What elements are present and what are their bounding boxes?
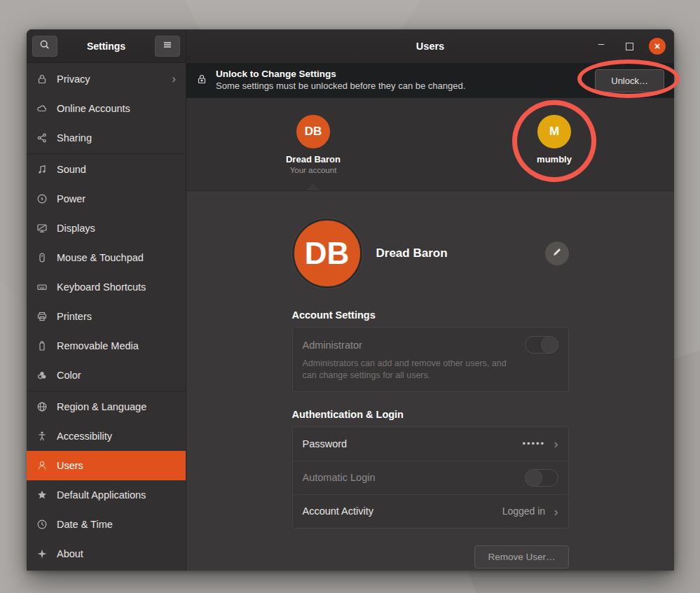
user-carousel: DB Dread Baron Your account M mumbly — [186, 98, 674, 191]
administrator-description: Administrators can add and remove other … — [303, 358, 513, 382]
banner-text: Unlock to Change Settings Some settings … — [216, 69, 465, 92]
power-icon — [36, 193, 48, 204]
password-row[interactable]: Password ••••• › — [293, 427, 568, 461]
sidebar: Settings Privacy › Online Accounts Shari… — [27, 29, 186, 571]
profile-name: Dread Baron — [376, 246, 448, 260]
sidebar-list: Privacy › Online Accounts Sharing Sound … — [27, 63, 186, 571]
banner-title: Unlock to Change Settings — [216, 69, 465, 81]
section-title-account-settings: Account Settings — [292, 309, 569, 321]
account-settings-card: Administrator Administrators can add and… — [292, 327, 569, 392]
account-activity-value: Logged in — [502, 505, 546, 517]
banner-subtitle: Some settings must be unlocked before th… — [216, 81, 465, 92]
unlock-button[interactable]: Unlock… — [595, 69, 664, 92]
keyboard-icon — [36, 281, 48, 293]
edit-name-button[interactable] — [545, 242, 569, 265]
remove-user-button[interactable]: Remove User… — [474, 545, 568, 568]
sidebar-item-sound[interactable]: Sound — [27, 155, 186, 184]
avatar: M — [537, 115, 571, 148]
unlock-banner: Unlock to Change Settings Some settings … — [186, 63, 674, 98]
headerbar: Users – × — [186, 29, 674, 63]
lock-icon — [36, 74, 48, 85]
sidebar-header: Settings — [27, 29, 186, 63]
password-label: Password — [303, 438, 348, 449]
printer-icon — [36, 311, 48, 322]
sidebar-item-accessibility[interactable]: Accessibility — [27, 421, 186, 451]
toggle-knob — [541, 336, 558, 354]
main-content: DB Dread Baron Account Settings Administ… — [186, 191, 674, 571]
sidebar-item-region-language[interactable]: Region & Language — [27, 392, 186, 421]
chevron-right-icon: › — [554, 505, 558, 518]
sidebar-item-sharing[interactable]: Sharing — [27, 123, 186, 153]
window-controls: – × — [593, 38, 674, 55]
close-button[interactable]: × — [649, 38, 666, 55]
color-circles-icon — [36, 370, 48, 381]
user-subtitle: Your account — [268, 166, 359, 174]
sidebar-item-displays[interactable]: Displays — [27, 214, 186, 243]
cloud-icon — [36, 103, 48, 114]
section-title-authentication-login: Authentication & Login — [292, 409, 569, 420]
user-name: mumbly — [509, 154, 600, 165]
sidebar-item-removable-media[interactable]: Removable Media — [27, 331, 186, 361]
sidebar-item-mouse-touchpad[interactable]: Mouse & Touchpad — [27, 243, 186, 272]
globe-icon — [36, 401, 48, 412]
user-name: Dread Baron — [268, 154, 359, 165]
display-icon — [36, 223, 48, 234]
star-icon — [36, 489, 48, 501]
avatar: DB — [296, 115, 330, 148]
automatic-login-toggle[interactable] — [525, 469, 558, 487]
sidebar-item-about[interactable]: About — [27, 539, 186, 568]
lock-icon — [196, 74, 216, 88]
automatic-login-row: Automatic Login — [293, 461, 568, 494]
sidebar-item-privacy[interactable]: Privacy › — [27, 64, 186, 94]
sidebar-item-printers[interactable]: Printers — [27, 302, 186, 331]
sidebar-item-date-time[interactable]: Date & Time — [27, 510, 186, 539]
chevron-right-icon: › — [172, 72, 176, 86]
authentication-card: Password ••••• › Automatic Login Acco — [292, 426, 569, 529]
selected-user-notch — [306, 183, 320, 190]
maximize-icon — [626, 43, 633, 50]
user-silhouette-icon — [36, 460, 48, 471]
sidebar-item-online-accounts[interactable]: Online Accounts — [27, 94, 186, 123]
carousel-user-mumbly[interactable]: M mumbly — [509, 115, 600, 165]
hamburger-icon — [162, 39, 173, 53]
pencil-icon — [552, 247, 562, 260]
automatic-login-label: Automatic Login — [303, 472, 376, 483]
profile-avatar[interactable]: DB — [292, 218, 362, 288]
account-activity-label: Account Activity — [303, 505, 374, 517]
administrator-row: Administrator Administrators can add and… — [293, 328, 568, 391]
sidebar-separator — [27, 391, 186, 391]
sidebar-item-color[interactable]: Color — [27, 361, 186, 390]
sidebar-item-default-applications[interactable]: Default Applications — [27, 480, 186, 510]
settings-window: Settings Privacy › Online Accounts Shari… — [27, 29, 674, 571]
maximize-button[interactable] — [621, 38, 638, 55]
close-icon: × — [654, 41, 660, 52]
administrator-toggle[interactable] — [525, 336, 558, 354]
sidebar-separator — [27, 153, 186, 154]
administrator-label: Administrator — [303, 340, 362, 351]
sidebar-item-keyboard-shortcuts[interactable]: Keyboard Shortcuts — [27, 272, 186, 302]
users-panel: Users – × Unlock to Change Settings Some… — [186, 29, 674, 571]
chevron-right-icon: › — [554, 437, 558, 450]
app-title: Settings — [57, 41, 155, 52]
search-icon — [39, 39, 50, 53]
sidebar-item-power[interactable]: Power — [27, 184, 186, 214]
carousel-user-dread-baron[interactable]: DB Dread Baron Your account — [268, 115, 359, 174]
account-activity-row[interactable]: Account Activity Logged in › — [293, 494, 568, 528]
profile-row: DB Dread Baron — [292, 218, 569, 288]
toggle-knob — [525, 469, 542, 487]
removable-media-icon — [36, 340, 48, 351]
search-button[interactable] — [32, 36, 57, 57]
share-nodes-icon — [36, 132, 48, 144]
music-note-icon — [36, 164, 48, 175]
accessibility-person-icon — [36, 431, 48, 442]
clock-icon — [36, 519, 48, 530]
menu-button[interactable] — [155, 36, 180, 57]
sidebar-item-users[interactable]: Users — [27, 451, 186, 480]
mouse-icon — [36, 252, 48, 263]
minimize-button[interactable]: – — [593, 38, 610, 55]
sparkle-icon — [36, 548, 48, 559]
password-dots: ••••• — [522, 438, 545, 449]
